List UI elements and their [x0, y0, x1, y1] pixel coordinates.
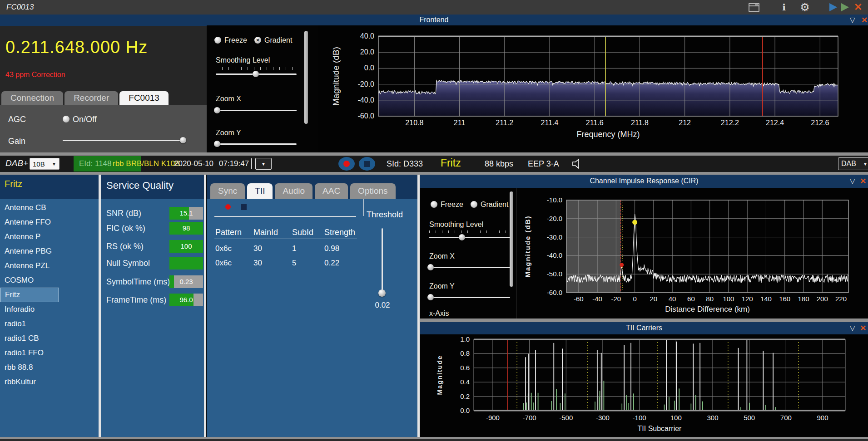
gain-label: Gain — [8, 137, 25, 146]
time-value: 07:19:47 — [219, 159, 249, 168]
gain-slider-knob[interactable] — [180, 137, 186, 143]
service-list-item[interactable]: Antenne PZL — [0, 259, 99, 273]
threshold-slider-track[interactable] — [382, 228, 383, 293]
service-quality-rows: SNR (dB)15.1FIC (ok %)98RS (ok %)100Null… — [101, 175, 204, 437]
svg-text:-40.0: -40.0 — [358, 96, 375, 104]
close-panel-icon[interactable]: ✕ — [860, 176, 866, 186]
agc-option-label: On/Off — [73, 115, 97, 124]
smoothing-slider-knob[interactable] — [253, 71, 259, 77]
gear-icon[interactable]: ⚙ — [799, 1, 811, 13]
panel-divider[interactable] — [204, 175, 206, 437]
collapse-panel-icon[interactable]: ▽ — [850, 16, 855, 24]
svg-text:Distance Difference (km): Distance Difference (km) — [665, 305, 750, 314]
zoom-y-slider-track[interactable] — [216, 143, 297, 145]
cir-panel-title: Channel Impulse Response (CIR) — [420, 177, 868, 185]
tii-cell: 30 — [253, 244, 262, 253]
window-icon[interactable] — [748, 1, 760, 13]
zoom-x-slider-track[interactable] — [216, 110, 297, 111]
agc-radio[interactable] — [63, 116, 69, 122]
gain-slider-track[interactable] — [63, 140, 186, 141]
tab-options[interactable]: Options — [350, 183, 395, 199]
quality-metric-label: FrameTime (ms) — [106, 294, 166, 306]
output-mode-select[interactable]: DAB ▼ — [838, 157, 868, 170]
divider — [0, 152, 868, 156]
freeze-radio[interactable] — [214, 37, 221, 44]
service-list-item[interactable]: rbb 88.8 — [0, 360, 99, 375]
service-list-item[interactable]: Antenne CB — [0, 201, 99, 215]
tab-recorder[interactable]: Recorder — [64, 91, 118, 105]
zoom-y-slider-knob[interactable] — [214, 141, 220, 147]
frontend-spectrum-plot[interactable]: 40.020.00.0-20.0-40.0-60.0210.8211211.22… — [318, 25, 868, 152]
tab-sync[interactable]: Sync — [210, 183, 245, 199]
service-name: Fritz — [441, 157, 461, 169]
collapse-panel-icon[interactable]: ▽ — [850, 324, 855, 332]
service-list-item[interactable]: Antenne PBG — [0, 244, 99, 259]
svg-text:20: 20 — [650, 295, 658, 303]
tab-connection[interactable]: Connection — [1, 91, 63, 105]
history-dropdown-button[interactable]: ▼ — [255, 158, 272, 170]
cir-panel-titlebar: Channel Impulse Response (CIR) ▽ ✕ — [420, 175, 868, 188]
cir-zoom-x-slider-knob[interactable] — [427, 264, 434, 270]
quality-metric-label: SNR (dB) — [106, 207, 141, 220]
cir-smoothing-slider-track[interactable] — [429, 237, 510, 238]
quality-metric-badge: 96.0 — [169, 294, 203, 306]
app-window: FC0013 ℹ ⚙ ✕ Frontend ▽ ✕ 0.211.648.000 … — [0, 0, 868, 441]
ppm-correction: 43 ppm Correction — [5, 71, 65, 79]
close-icon[interactable]: ✕ — [854, 1, 862, 13]
chevron-down-icon: ▼ — [261, 162, 266, 167]
info-icon[interactable]: ℹ — [778, 1, 790, 13]
service-list-item[interactable]: Antenne FFO — [0, 215, 99, 230]
play-icon[interactable] — [829, 3, 837, 11]
cir-zoom-y-slider-knob[interactable] — [427, 294, 434, 300]
tii-carriers-plot[interactable]: 0.00.20.40.60.81.0-900-700-500-300-10010… — [420, 334, 868, 437]
svg-text:160: 160 — [779, 295, 790, 303]
collapse-panel-icon[interactable]: ▽ — [850, 177, 855, 185]
close-panel-icon[interactable]: ✕ — [861, 15, 868, 25]
tab-tii[interactable]: TII — [247, 183, 273, 199]
cir-smoothing-ticks — [429, 230, 509, 233]
svg-text:180: 180 — [798, 295, 809, 303]
controls-scrollbar[interactable] — [304, 31, 308, 124]
chevron-down-icon: ▼ — [863, 162, 868, 167]
play-alt-icon[interactable] — [841, 3, 849, 11]
tuner-block: 0.211.648.000 Hz 43 ppm Correction Conne… — [0, 26, 207, 152]
service-list-item[interactable]: radio1 FFO — [0, 346, 99, 360]
threshold-slider-knob[interactable] — [378, 289, 386, 297]
service-list-item[interactable]: COSMO — [0, 273, 99, 288]
service-list-item[interactable]: Inforadio — [0, 302, 99, 317]
zoom-x-slider-knob[interactable] — [214, 107, 220, 113]
bitrate: 88 kbps — [485, 159, 513, 169]
service-list-item[interactable]: rbbKultur — [0, 375, 99, 389]
service-list-item[interactable]: Fritz — [0, 288, 59, 302]
cir-zoom-y-slider-track[interactable] — [429, 297, 510, 298]
speaker-icon[interactable] — [570, 158, 583, 172]
svg-text:Magnitude (dB): Magnitude (dB) — [524, 215, 531, 277]
tab-aac[interactable]: AAC — [315, 183, 348, 199]
tab-fc0013[interactable]: FC0013 — [119, 91, 169, 105]
record-button[interactable] — [338, 157, 355, 171]
cir-controls-scrollbar[interactable] — [510, 191, 513, 287]
svg-text:-40.0: -40.0 — [547, 251, 562, 259]
tab-audio[interactable]: Audio — [275, 183, 312, 199]
stop-button[interactable] — [359, 157, 375, 171]
cir-plot[interactable]: -10.0-20.0-30.0-40.0-50.0-60.0-60-40-200… — [516, 188, 868, 318]
window-title: FC0013 — [6, 3, 34, 12]
gradient-radio[interactable]: ✕ — [254, 37, 261, 44]
output-mode-value: DAB — [841, 160, 856, 168]
service-list-item[interactable]: Antenne P — [0, 230, 99, 244]
cir-gradient-radio[interactable] — [471, 201, 477, 208]
svg-text:140: 140 — [760, 295, 772, 303]
panel-divider[interactable] — [417, 175, 420, 437]
cir-smoothing-slider-knob[interactable] — [459, 234, 465, 240]
quality-metric-badge: 100 — [169, 240, 203, 253]
text-cursor — [251, 158, 252, 169]
cir-freeze-radio[interactable] — [431, 201, 437, 208]
error-protection: EEP 3-A — [528, 159, 559, 169]
svg-text:-60: -60 — [574, 295, 584, 303]
service-list-item[interactable]: radio1 CB — [0, 331, 99, 346]
channel-select[interactable]: 10B ▼ — [30, 158, 60, 170]
quality-metric-badge: 15.1 — [169, 207, 203, 220]
service-list-item[interactable]: radio1 — [0, 317, 99, 331]
close-panel-icon[interactable]: ✕ — [860, 323, 866, 333]
cir-zoom-x-slider-track[interactable] — [429, 267, 510, 268]
